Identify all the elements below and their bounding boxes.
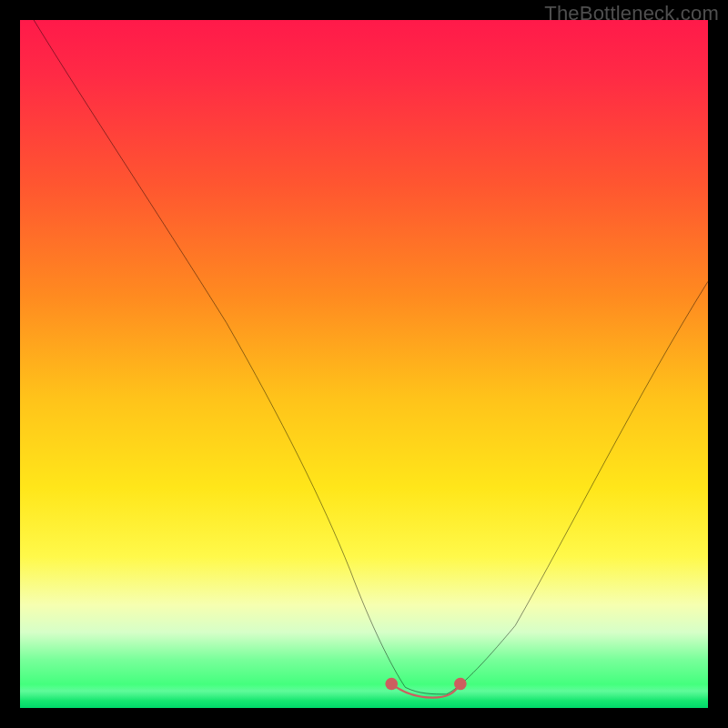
- curve-layer: [20, 20, 708, 708]
- highlight-start-dot: [385, 678, 398, 691]
- plot-area: [20, 20, 708, 708]
- chart-frame: TheBottleneck.com: [0, 0, 728, 728]
- highlight-end-dot: [454, 678, 467, 691]
- bottleneck-curve: [34, 20, 708, 694]
- highlight-range: [391, 684, 460, 698]
